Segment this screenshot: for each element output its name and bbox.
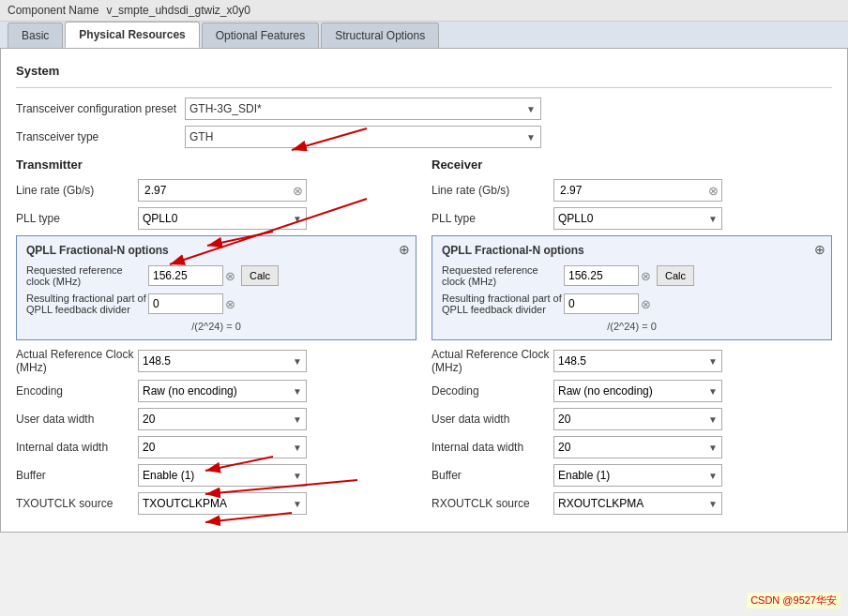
tx-line-rate-row: Line rate (Gb/s) 2.97 ⊗ [16, 179, 416, 202]
rxoutclk-source-label: RXOUTCLK source [432, 497, 553, 510]
tx-internal-data-width-row: Internal data width 20 ▼ [16, 436, 416, 458]
tx-internal-data-width-select-wrapper: 20 ▼ [138, 436, 307, 458]
receiver-title: Receiver [432, 158, 832, 172]
tx-internal-data-width-select[interactable]: 20 [138, 436, 307, 458]
transceiver-type-label: Transceiver type [16, 130, 185, 143]
tx-line-rate-input-wrapper: 2.97 ⊗ [138, 179, 307, 202]
rx-line-rate-clear-icon[interactable]: ⊗ [708, 184, 719, 198]
rx-internal-data-width-label: Internal data width [432, 441, 553, 454]
tx-formula: /(2^24) = 0 [26, 321, 406, 332]
tab-physical-resources[interactable]: Physical Resources [65, 22, 199, 48]
rx-decoding-row: Decoding Raw (no encoding) ▼ [432, 380, 832, 402]
tx-ref-clock-label: Requested reference clock (MHz) [26, 264, 148, 287]
rx-fractional-input-wrapper: ⊗ [564, 293, 651, 314]
tx-line-rate-input[interactable]: 2.97 [138, 179, 307, 202]
tx-user-data-width-select-wrapper: 20 ▼ [138, 408, 307, 430]
rx-decoding-select[interactable]: Raw (no encoding) [553, 380, 722, 402]
rx-decoding-label: Decoding [432, 384, 553, 398]
rx-fractional-input[interactable] [564, 293, 639, 314]
tx-encoding-row: Encoding Raw (no encoding) ▼ [16, 380, 416, 402]
rx-fractional-label: Resulting fractional part of QPLL feedba… [442, 293, 564, 315]
rx-actual-ref-clock-row: Actual Reference Clock (MHz) 148.5 ▼ [432, 348, 832, 374]
tx-pll-type-select-wrapper: QPLL0 ▼ [138, 207, 307, 230]
tx-pll-type-select[interactable]: QPLL0 [138, 207, 307, 230]
rx-internal-data-width-select-wrapper: 20 ▼ [553, 436, 722, 458]
rx-ref-clock-row: Requested reference clock (MHz) ⊗ Calc [442, 264, 822, 287]
tx-encoding-select-wrapper: Raw (no encoding) ▼ [138, 380, 307, 402]
rx-pll-type-select-wrapper: QPLL0 ▼ [553, 207, 722, 230]
component-name-value: v_smpte_uhdsdi_gtwiz_x0y0 [106, 4, 250, 17]
transceiver-config-select[interactable]: GTH-3G_SDI* [185, 98, 541, 120]
receiver-column: Receiver Line rate (Gb/s) ⊗ PLL type QPL… [432, 158, 832, 520]
rx-buffer-row: Buffer Enable (1) ▼ [432, 464, 832, 487]
rx-line-rate-row: Line rate (Gb/s) ⊗ [432, 179, 832, 202]
rx-user-data-width-select[interactable]: 20 [553, 408, 722, 430]
rx-user-data-width-row: User data width 20 ▼ [432, 408, 832, 430]
transmitter-column: Transmitter Line rate (Gb/s) 2.97 ⊗ PLL … [16, 158, 416, 520]
rx-line-rate-input[interactable] [553, 179, 722, 202]
rxoutclk-source-select[interactable]: RXOUTCLKPMA [553, 492, 722, 515]
tabs-bar: Basic Physical Resources Optional Featur… [0, 22, 848, 49]
txoutclk-source-row: TXOUTCLK source TXOUTCLKPMA ▼ [16, 492, 416, 515]
rx-decoding-select-wrapper: Raw (no encoding) ▼ [553, 380, 722, 402]
tx-fractional-clear-icon[interactable]: ⊗ [225, 297, 235, 311]
transceiver-config-label: Transceiver configuration preset [16, 102, 185, 115]
tx-line-rate-label: Line rate (Gb/s) [16, 184, 138, 197]
rx-fractional-clear-icon[interactable]: ⊗ [641, 297, 651, 311]
tab-structural-options[interactable]: Structural Options [321, 23, 439, 48]
rxoutclk-source-row: RXOUTCLK source RXOUTCLKPMA ▼ [432, 492, 832, 515]
rx-internal-data-width-row: Internal data width 20 ▼ [432, 436, 832, 458]
tx-actual-ref-clock-row: Actual Reference Clock (MHz) 148.5 ▼ [16, 348, 416, 374]
rx-buffer-label: Buffer [432, 469, 553, 482]
rx-formula: /(2^24) = 0 [442, 321, 822, 332]
system-title: System [16, 64, 832, 78]
tx-qpll-collapse-icon[interactable]: ⊕ [399, 242, 410, 257]
transceiver-type-select-wrapper: GTH ▼ [185, 126, 541, 148]
txoutclk-source-label: TXOUTCLK source [16, 497, 138, 510]
rxoutclk-source-select-wrapper: RXOUTCLKPMA ▼ [553, 492, 722, 515]
transceiver-config-select-wrapper: GTH-3G_SDI* ▼ [185, 98, 541, 120]
tx-actual-ref-clock-select-wrapper: 148.5 ▼ [138, 350, 307, 372]
rx-qpll-title: QPLL Fractional-N options [442, 244, 822, 257]
tx-user-data-width-row: User data width 20 ▼ [16, 408, 416, 430]
tx-actual-ref-clock-select[interactable]: 148.5 [138, 350, 307, 372]
transceiver-config-row: Transceiver configuration preset GTH-3G_… [16, 98, 832, 120]
tx-buffer-select[interactable]: Enable (1) [138, 464, 307, 487]
tx-ref-clock-row: Requested reference clock (MHz) ⊗ Calc [26, 264, 406, 287]
tx-user-data-width-label: User data width [16, 413, 138, 426]
tx-pll-type-label: PLL type [16, 212, 138, 225]
rx-calc-button[interactable]: Calc [657, 265, 694, 286]
rx-ref-clock-input[interactable] [564, 265, 639, 286]
rx-pll-type-select[interactable]: QPLL0 [553, 207, 722, 230]
rx-pll-type-row: PLL type QPLL0 ▼ [432, 207, 832, 230]
rx-ref-clock-input-wrapper: ⊗ Calc [564, 265, 694, 286]
rx-line-rate-label: Line rate (Gb/s) [432, 184, 553, 197]
tx-internal-data-width-label: Internal data width [16, 441, 138, 454]
rx-qpll-box: QPLL Fractional-N options ⊕ Requested re… [432, 235, 832, 340]
rx-user-data-width-select-wrapper: 20 ▼ [553, 408, 722, 430]
tx-ref-clock-clear-icon[interactable]: ⊗ [225, 269, 235, 283]
transceiver-type-select[interactable]: GTH [185, 126, 541, 148]
tx-fractional-input[interactable] [148, 293, 223, 314]
rx-buffer-select-wrapper: Enable (1) ▼ [553, 464, 722, 487]
rx-qpll-collapse-icon[interactable]: ⊕ [814, 242, 825, 257]
tx-encoding-select[interactable]: Raw (no encoding) [138, 380, 307, 402]
rx-ref-clock-clear-icon[interactable]: ⊗ [641, 269, 651, 283]
tab-optional-features[interactable]: Optional Features [202, 23, 319, 48]
tx-calc-button[interactable]: Calc [241, 265, 279, 286]
txoutclk-source-select[interactable]: TXOUTCLKPMA [138, 492, 307, 515]
tx-ref-clock-input[interactable] [148, 265, 223, 286]
tx-pll-type-row: PLL type QPLL0 ▼ [16, 207, 416, 230]
rx-buffer-select[interactable]: Enable (1) [553, 464, 722, 487]
txoutclk-source-select-wrapper: TXOUTCLKPMA ▼ [138, 492, 307, 515]
tx-line-rate-clear-icon[interactable]: ⊗ [293, 184, 303, 198]
transmitter-title: Transmitter [16, 158, 416, 172]
tx-encoding-label: Encoding [16, 384, 138, 398]
main-content: System Transceiver configuration preset … [0, 49, 848, 533]
tab-basic[interactable]: Basic [8, 23, 63, 48]
rx-internal-data-width-select[interactable]: 20 [553, 436, 722, 458]
rx-actual-ref-clock-select[interactable]: 148.5 [553, 350, 722, 372]
tx-user-data-width-select[interactable]: 20 [138, 408, 307, 430]
component-name-label: Component Name [8, 4, 98, 17]
tx-ref-clock-input-wrapper: ⊗ Calc [148, 265, 279, 286]
